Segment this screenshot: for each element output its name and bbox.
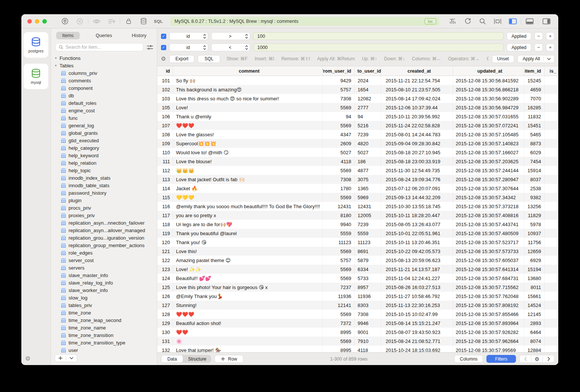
cell-comment[interactable]: 🌸 [173, 337, 323, 346]
cell-item_id[interactable]: 6929 [524, 256, 545, 265]
cell-created_at[interactable]: 2015-08-10 21:23:57.505 [381, 85, 453, 94]
cell-from_user_id[interactable]: 12141 [323, 301, 355, 310]
cell-to_user_id[interactable]: 9001 [355, 328, 381, 337]
cell-item_id[interactable]: 12659 [524, 247, 545, 256]
cell-id[interactable]: 111 [157, 157, 173, 166]
cell-is_[interactable] [545, 265, 558, 274]
table-row[interactable]: 124Beautiful!! 💕💕556957332015-11-04 12:2… [157, 274, 558, 283]
cell-is_[interactable] [545, 301, 558, 310]
table-row[interactable]: 117you are so pretty x8180120052015-10-1… [157, 211, 558, 220]
sidebar-table-help_category[interactable]: help_category [51, 144, 157, 152]
connection-mysql[interactable]: mysql [24, 64, 48, 89]
sidebar-table-gtid_executed[interactable]: gtid_executed [51, 137, 157, 144]
cell-item_id[interactable]: 12884 [524, 346, 545, 352]
remove-filter-button[interactable]: − [534, 43, 543, 51]
tab-history[interactable]: History [128, 32, 150, 39]
sidebar-table-func[interactable]: func [51, 114, 157, 122]
cell-created_at[interactable]: 2015-10-24 18:15:03.692 [381, 346, 453, 352]
cell-is_[interactable] [545, 274, 558, 283]
cell-comment[interactable]: Thank u @emily [173, 112, 323, 121]
cell-to_user_id[interactable]: 5879 [355, 256, 381, 265]
cell-from_user_id[interactable]: 5569 [323, 337, 355, 346]
cell-to_user_id[interactable]: 1365 [355, 184, 381, 193]
table-row[interactable]: 127Stunning!1214183032015-11-13 22:30:16… [157, 301, 558, 310]
cell-comment[interactable]: Love! [173, 103, 323, 112]
cell-item_id[interactable]: 13680 [524, 274, 545, 283]
cell-to_user_id[interactable]: 8691 [355, 247, 381, 256]
cell-comment[interactable]: ❤️❤️ [173, 328, 323, 337]
table-row[interactable]: 116@emily thank you soooo much beautiful… [157, 202, 558, 211]
sidebar-table-time_zone_transition[interactable]: time_zone_transition [51, 331, 157, 339]
cell-item_id[interactable]: 15245 [524, 76, 545, 85]
cell-to_user_id[interactable]: 7308 [355, 310, 381, 319]
cell-created_at[interactable]: 2015-09-04 09:28:30.842 [381, 139, 453, 148]
database-icon[interactable] [136, 17, 151, 26]
cell-updated_at[interactable]: 2015-12-08 15:30:57.373218 [453, 202, 524, 211]
lock-icon[interactable] [121, 17, 136, 26]
cell-from_user_id[interactable]: 5027 [323, 148, 355, 157]
cell-to_user_id[interactable]: 94 [355, 112, 381, 121]
cell-is_[interactable] [545, 103, 558, 112]
cell-from_user_id[interactable]: 7308 [323, 175, 355, 184]
column-header-id[interactable]: id [157, 66, 173, 76]
cell-to_user_id[interactable]: 11123 [355, 238, 381, 247]
cell-created_at[interactable]: 2015-10-15 10:02:47.99 [381, 310, 453, 319]
sidebar-table-slave_relay_log_info[interactable]: slave_relay_log_info [51, 279, 157, 286]
stats-chart-icon[interactable] [445, 17, 460, 26]
cell-from_user_id[interactable]: 2609 [323, 139, 355, 148]
add-item-button[interactable] [55, 356, 66, 360]
table-row[interactable]: 118Ur legs are to die for🙌🏼💖994072392015… [157, 220, 558, 229]
cell-item_id[interactable]: 15914 [524, 166, 545, 175]
cell-id[interactable]: 113 [157, 175, 173, 184]
filter-operator-select[interactable]: > [211, 32, 250, 40]
cell-comment[interactable]: Ur legs are to die for🙌🏼💖 [173, 220, 323, 229]
cell-id[interactable]: 101 [157, 76, 173, 85]
cell-updated_at[interactable]: 2015-12-08 15:30:56.841592 [453, 76, 524, 85]
cell-to_user_id[interactable]: 7910 [355, 337, 381, 346]
cell-created_at[interactable]: 2015-08-01 14:24:44.783 [381, 130, 453, 139]
cell-updated_at[interactable]: 2015-12-08 15:30:57.105485 [453, 130, 524, 139]
cell-id[interactable]: 102 [157, 85, 173, 94]
cell-to_user_id[interactable]: 4118 [355, 346, 381, 352]
cell-is_[interactable] [545, 220, 558, 229]
cell-item_id[interactable]: 2893 [524, 319, 545, 328]
cell-id[interactable]: 110 [157, 148, 173, 157]
center-layout-icon[interactable] [490, 17, 505, 26]
cell-from_user_id[interactable]: 8995 [323, 346, 355, 352]
cell-item_id[interactable]: 4659 [524, 85, 545, 94]
cell-id[interactable]: 109 [157, 139, 173, 148]
cell-is_[interactable] [545, 247, 558, 256]
sidebar-table-default_roles[interactable]: default_roles [51, 99, 157, 107]
sidebar-table-component[interactable]: component [51, 84, 157, 92]
cell-id[interactable]: 121 [157, 247, 173, 256]
table-row[interactable]: 101So fly 🙌🏼942920242015-11-21 22:12:54.… [157, 76, 558, 85]
cell-updated_at[interactable]: 2015-12-08 15:30:57.480509 [453, 229, 524, 238]
cell-created_at[interactable]: 2015-08-26 16:03:27.513 [381, 283, 453, 292]
cell-from_user_id[interactable]: 94 [323, 112, 355, 121]
cell-created_at[interactable]: 2015-07-12 06:20:07.091 [381, 184, 453, 193]
zoom-button[interactable] [42, 19, 47, 24]
prev-page-button[interactable] [520, 355, 531, 362]
cell-created_at[interactable]: 2015-08-07 19:43:50.923 [381, 328, 453, 337]
cell-to_user_id[interactable]: 9946 [355, 319, 381, 328]
cell-from_user_id[interactable]: 9429 [323, 76, 355, 85]
cell-updated_at[interactable]: 2015-12-08 15:30:57.166027 [453, 148, 524, 157]
cell-updated_at[interactable]: 2015-12-08 15:30:57.072241 [453, 121, 524, 130]
cell-updated_at[interactable]: 2015-12-08 15:30:57.715562 [453, 283, 524, 292]
cell-item_id[interactable]: 10937 [524, 229, 545, 238]
cell-from_user_id[interactable]: 5569 [323, 247, 355, 256]
cell-id[interactable]: 128 [157, 310, 173, 319]
cell-id[interactable]: 123 [157, 265, 173, 274]
cell-from_user_id[interactable]: 5569 [323, 103, 355, 112]
cell-to_user_id[interactable]: 186 [355, 157, 381, 166]
cell-updated_at[interactable]: 2015-12-08 15:30:57.34342 [453, 193, 524, 202]
table-row[interactable]: 131🌸556979102015-08-24 21:08:52.7712015-… [157, 337, 558, 346]
table-row[interactable]: 115💛💛💛556959692015-09-13 14:44:32.209201… [157, 193, 558, 202]
cell-from_user_id[interactable]: 5569 [323, 265, 355, 274]
cell-comment[interactable]: Love! ✨✨ [173, 265, 323, 274]
add-filter-button[interactable]: + [546, 43, 555, 51]
table-row[interactable]: 128❤️❤️❤️556973082015-10-15 10:02:47.992… [157, 310, 558, 319]
cell-created_at[interactable]: 2015-11-21 22:12:54.754 [381, 76, 453, 85]
cell-from_user_id[interactable]: 5757 [323, 85, 355, 94]
sidebar-table-slave_master_info[interactable]: slave_master_info [51, 271, 157, 279]
